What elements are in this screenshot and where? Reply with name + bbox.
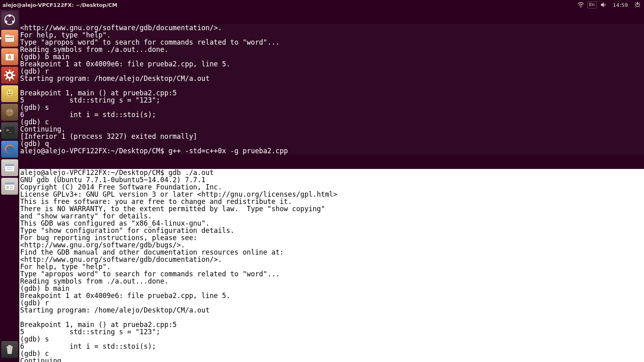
svg-rect-40 bbox=[10, 188, 13, 189]
app4-icon[interactable] bbox=[1, 178, 18, 195]
svg-rect-37 bbox=[5, 183, 14, 185]
svg-text:>_: >_ bbox=[6, 128, 12, 133]
svg-point-24 bbox=[6, 108, 14, 116]
svg-point-0 bbox=[580, 7, 581, 8]
svg-point-12 bbox=[8, 74, 11, 77]
app3-icon[interactable] bbox=[1, 159, 18, 176]
sound-icon[interactable] bbox=[597, 2, 610, 8]
terminal-icon[interactable]: >_ bbox=[1, 122, 18, 139]
svg-rect-41 bbox=[6, 346, 13, 348]
svg-point-3 bbox=[8, 14, 11, 17]
app2-icon[interactable] bbox=[1, 104, 18, 121]
terminal-output[interactable]: <http://www.gnu.org/software/gdb/documen… bbox=[19, 10, 644, 362]
trash-icon[interactable] bbox=[1, 341, 18, 358]
window-title: alejo@alejo-VPCF122FX: ~/Desktop/CM bbox=[0, 2, 117, 8]
svg-line-18 bbox=[12, 78, 14, 79]
network-icon[interactable] bbox=[574, 2, 587, 8]
software-center-icon[interactable]: A bbox=[1, 48, 18, 65]
svg-point-28 bbox=[11, 111, 12, 111]
launcher: A>_ bbox=[0, 10, 19, 362]
terminal-window[interactable]: <http://www.gnu.org/software/gdb/documen… bbox=[19, 10, 644, 362]
svg-line-19 bbox=[12, 71, 14, 73]
svg-line-17 bbox=[6, 71, 7, 73]
svg-point-5 bbox=[5, 21, 7, 23]
svg-point-27 bbox=[8, 111, 8, 111]
svg-point-23 bbox=[10, 92, 12, 93]
app1-icon[interactable] bbox=[1, 85, 18, 102]
top-panel: alejo@alejo-VPCF122FX: ~/Desktop/CM En 1… bbox=[0, 0, 644, 10]
svg-rect-38 bbox=[6, 186, 9, 189]
svg-text:A: A bbox=[8, 54, 12, 60]
svg-rect-7 bbox=[5, 35, 9, 36]
files-icon[interactable] bbox=[1, 30, 18, 47]
session-icon[interactable] bbox=[631, 2, 644, 8]
keyboard-indicator[interactable]: En bbox=[587, 1, 597, 8]
svg-line-20 bbox=[6, 78, 7, 79]
svg-rect-39 bbox=[10, 186, 13, 187]
svg-rect-42 bbox=[8, 345, 11, 346]
dash-icon[interactable] bbox=[1, 11, 18, 28]
settings-icon[interactable] bbox=[1, 67, 18, 84]
firefox-icon[interactable] bbox=[1, 141, 18, 158]
svg-rect-8 bbox=[6, 37, 13, 38]
svg-point-22 bbox=[8, 92, 9, 93]
clock[interactable]: 14:59 bbox=[610, 2, 631, 8]
svg-point-4 bbox=[12, 21, 14, 23]
svg-rect-6 bbox=[5, 35, 14, 42]
svg-rect-33 bbox=[5, 164, 14, 166]
